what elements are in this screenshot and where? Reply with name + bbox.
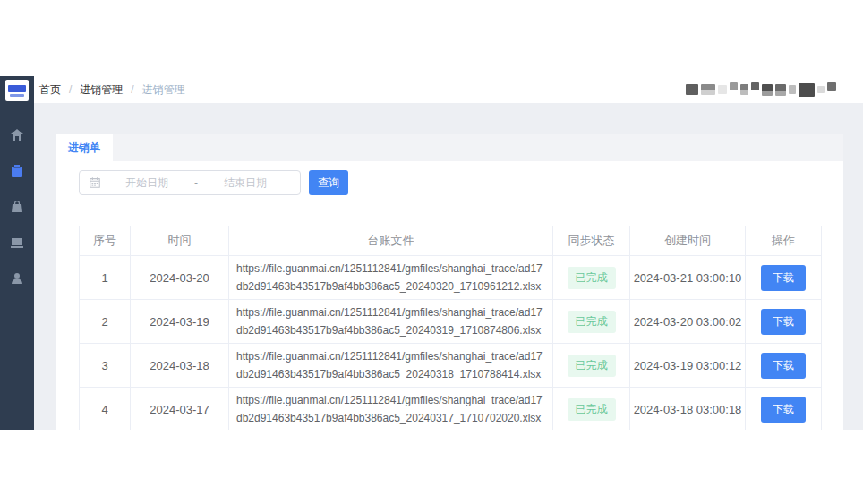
sidebar-item-store[interactable]	[0, 189, 34, 225]
user-icon	[10, 271, 24, 286]
sidebar-item-home[interactable]	[0, 117, 34, 153]
home-icon	[10, 128, 24, 142]
download-button[interactable]: 下载	[761, 309, 806, 335]
date-range-separator: -	[192, 176, 200, 189]
header-created-time: 创建时间	[630, 226, 746, 256]
monitor-icon	[10, 235, 24, 250]
cell-created-time: 2024-03-18 03:00:18	[630, 388, 746, 431]
status-badge: 已完成	[568, 355, 616, 377]
date-range-picker[interactable]: -	[79, 170, 301, 195]
ledger-table: 序号 时间 台账文件 同步状态 创建时间 操作 1 2024-0	[79, 226, 822, 430]
download-button[interactable]: 下载	[761, 353, 806, 379]
table-row: 3 2024-03-18 https://file.guanmai.cn/125…	[80, 344, 822, 388]
user-info-redacted	[686, 82, 836, 97]
sidebar	[0, 76, 34, 430]
cell-index: 3	[80, 344, 131, 388]
sidebar-nav	[0, 105, 34, 296]
status-badge: 已完成	[568, 267, 616, 289]
search-button[interactable]: 查询	[309, 170, 348, 195]
header-date: 时间	[131, 226, 229, 256]
breadcrumb-home[interactable]: 首页	[39, 82, 61, 98]
sidebar-item-devices[interactable]	[0, 225, 34, 261]
header-index: 序号	[80, 226, 131, 256]
download-button[interactable]: 下载	[761, 397, 806, 423]
download-button[interactable]: 下载	[761, 265, 806, 291]
end-date-input[interactable]	[200, 176, 291, 189]
status-badge: 已完成	[568, 398, 616, 421]
bag-icon	[10, 200, 24, 214]
header-file: 台账文件	[229, 226, 553, 256]
cell-date: 2024-03-20	[131, 256, 229, 300]
breadcrumb-separator: /	[69, 83, 72, 96]
logo-icon	[5, 80, 29, 101]
cell-index: 1	[80, 256, 131, 300]
cell-index: 4	[80, 388, 131, 431]
cell-file-url: https://file.guanmai.cn/1251112841/gmfil…	[229, 388, 553, 431]
cell-created-time: 2024-03-19 03:00:12	[630, 344, 746, 388]
start-date-input[interactable]	[101, 176, 192, 189]
tab-bar: 进销单	[56, 134, 843, 161]
table-row: 2 2024-03-19 https://file.guanmai.cn/125…	[80, 300, 822, 344]
card-body: - 查询 序号 时间	[56, 161, 843, 430]
ledger-card: 进销单 - 查询	[56, 134, 843, 430]
app-logo[interactable]	[0, 76, 34, 105]
app-window: 首页 / 进销管理 / 进销管理	[0, 76, 863, 430]
cell-date: 2024-03-19	[131, 300, 229, 344]
cell-date: 2024-03-18	[131, 344, 229, 388]
breadcrumb: 首页 / 进销管理 / 进销管理	[39, 82, 185, 98]
tab-purchase-sales-list[interactable]: 进销单	[56, 134, 113, 161]
table-row: 1 2024-03-20 https://file.guanmai.cn/125…	[80, 256, 822, 300]
content-area: 进销单 - 查询	[34, 103, 863, 430]
sidebar-item-ledger[interactable]	[0, 153, 34, 189]
table-header-row: 序号 时间 台账文件 同步状态 创建时间 操作	[80, 226, 822, 256]
calendar-icon	[89, 176, 101, 189]
breadcrumb-current: 进销管理	[142, 82, 185, 98]
cell-file-url: https://file.guanmai.cn/1251112841/gmfil…	[229, 344, 553, 388]
header-sync-status: 同步状态	[553, 226, 630, 256]
breadcrumb-purchase-sales[interactable]: 进销管理	[80, 82, 123, 98]
top-bar: 首页 / 进销管理 / 进销管理	[34, 76, 863, 103]
main-area: 首页 / 进销管理 / 进销管理	[34, 76, 863, 430]
table-row: 4 2024-03-17 https://file.guanmai.cn/125…	[80, 388, 822, 431]
cell-file-url: https://file.guanmai.cn/1251112841/gmfil…	[229, 256, 553, 300]
clipboard-icon	[10, 164, 24, 178]
breadcrumb-separator: /	[131, 83, 133, 96]
cell-file-url: https://file.guanmai.cn/1251112841/gmfil…	[229, 300, 553, 344]
filter-row: - 查询	[79, 170, 821, 195]
cell-index: 2	[80, 300, 131, 344]
cell-created-time: 2024-03-20 03:00:02	[630, 300, 746, 344]
status-badge: 已完成	[568, 311, 616, 333]
cell-created-time: 2024-03-21 03:00:10	[630, 256, 746, 300]
header-operation: 操作	[746, 226, 822, 256]
cell-date: 2024-03-17	[131, 388, 229, 431]
sidebar-item-users[interactable]	[0, 261, 34, 296]
